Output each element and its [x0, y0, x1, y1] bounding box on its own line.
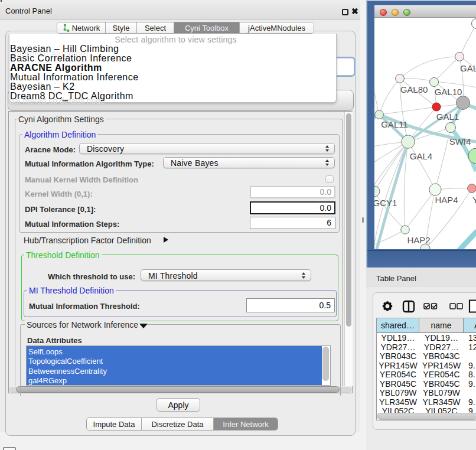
svg-text:HAP2: HAP2: [407, 235, 430, 245]
svg-text:GAL1: GAL1: [436, 112, 459, 122]
svg-text:GAL80: GAL80: [400, 84, 428, 94]
svg-text:SWI4: SWI4: [449, 136, 471, 146]
svg-text:GCY1: GCY1: [374, 198, 397, 208]
svg-text:HAP4: HAP4: [435, 195, 458, 205]
svg-text:GAL11: GAL11: [381, 119, 408, 129]
svg-text:GAL10: GAL10: [435, 87, 462, 97]
svg-text:GAL7: GAL7: [460, 63, 476, 73]
svg-text:GAL4: GAL4: [410, 151, 432, 161]
svg-text:YM: YM: [472, 195, 476, 205]
